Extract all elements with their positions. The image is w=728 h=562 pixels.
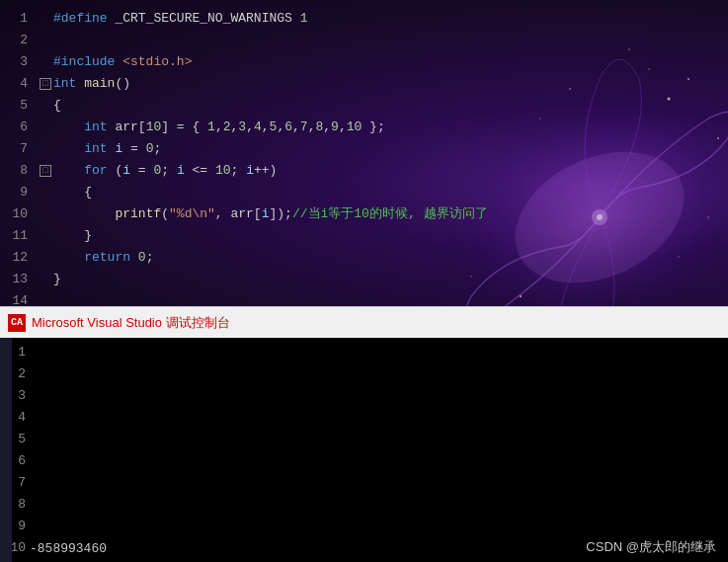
code-line-1: #define _CRT_SECURE_NO_WARNINGS 1 (40, 8, 728, 30)
code-content-area: 1 2 3 4 5 6 7 8 9 10 11 12 13 14 #define… (0, 0, 728, 306)
fold-icon-4[interactable]: □ (40, 78, 51, 90)
code-line-7: int i = 0; (40, 138, 728, 160)
console-watermark: CSDN @虎太郎的继承 (586, 538, 716, 556)
code-line-11: } (40, 225, 728, 247)
code-line-8: □ for (i = 0; i <= 10; i++) (40, 160, 728, 182)
code-line-10: printf("%d\n", arr[i]);//当i等于10的时候, 越界访问… (40, 203, 728, 225)
line-numbers: 1 2 3 4 5 6 7 8 9 10 11 12 13 14 (0, 0, 40, 306)
code-line-13: } (40, 269, 728, 290)
console-header: CA Microsoft Visual Studio 调试控制台 (0, 306, 728, 338)
console-icon: CA (8, 314, 26, 332)
code-line-9: { (40, 182, 728, 203)
code-editor: 1 2 3 4 5 6 7 8 9 10 11 12 13 14 #define… (0, 0, 728, 306)
code-line-14 (40, 290, 728, 306)
code-line-5: { (40, 95, 728, 117)
console-output: 1 2 3 4 5 6 7 8 9 10 -858993460 CSDN @虎太… (0, 338, 728, 562)
fold-icon-8[interactable]: □ (40, 165, 51, 177)
code-line-6: int arr[10] = { 1,2,3,4,5,6,7,8,9,10 }; (40, 117, 728, 138)
code-line-2 (40, 30, 728, 51)
console-title: Microsoft Visual Studio 调试控制台 (32, 314, 230, 332)
code-line-3: #include <stdio.h> (40, 51, 728, 73)
code-lines: #define _CRT_SECURE_NO_WARNINGS 1 #inclu… (40, 0, 728, 306)
code-line-4: □ int main() (40, 73, 728, 95)
console-error-value: -858993460 (30, 541, 107, 556)
code-line-12: return 0; (40, 247, 728, 269)
left-scrollbar[interactable] (0, 338, 12, 562)
